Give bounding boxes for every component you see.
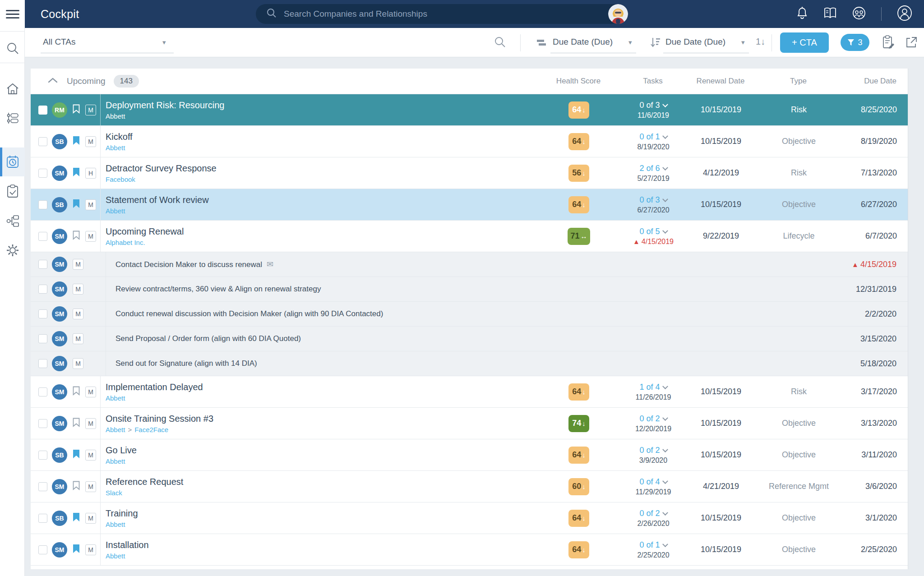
column-header-renewal[interactable]: Renewal Date: [680, 77, 761, 86]
cta-filter-dropdown[interactable]: All CTAs: [43, 37, 75, 47]
bulk-edit-clipboard-icon[interactable]: [882, 35, 895, 51]
list-search-icon[interactable]: [494, 36, 506, 50]
row-checkbox[interactable]: [38, 419, 47, 428]
sidebar-item-timeline[interactable]: [0, 104, 25, 133]
cta-row[interactable]: SMMInstallationAbbett64↓0 of 12/25/20201…: [31, 534, 908, 566]
cta-title[interactable]: Training: [106, 508, 531, 519]
export-icon[interactable]: [906, 37, 917, 50]
cta-row[interactable]: SMMUpcoming RenewalAlphabet Inc.71↔0 of …: [31, 221, 908, 252]
task-row[interactable]: SMMConduct renewal discussion with Decis…: [31, 302, 908, 327]
tasks-count[interactable]: 2 of 6: [639, 164, 660, 173]
column-header-due[interactable]: Due Date: [836, 77, 908, 86]
task-title[interactable]: Review contract/terms, 360 view & Align …: [106, 285, 808, 294]
company-link[interactable]: Alphabet Inc.: [106, 239, 145, 246]
bookmark-flag-icon[interactable]: [73, 481, 80, 492]
row-checkbox[interactable]: [38, 514, 47, 523]
sort-by-dropdown[interactable]: Due Date (Due): [665, 37, 725, 47]
chevron-down-icon[interactable]: [662, 541, 668, 547]
task-row[interactable]: SMMReview contract/terms, 360 view & Ali…: [31, 277, 908, 302]
company-link[interactable]: Face2Face: [134, 426, 168, 433]
collapse-group-chevron-icon[interactable]: [48, 77, 58, 85]
chevron-down-icon[interactable]: [662, 228, 668, 234]
company-link[interactable]: Abbett: [106, 426, 125, 433]
sidebar-item-search[interactable]: [0, 34, 25, 63]
company-link[interactable]: Abbett: [106, 394, 125, 402]
row-checkbox[interactable]: [38, 106, 47, 115]
hamburger-menu-icon[interactable]: [6, 8, 19, 19]
row-checkbox[interactable]: [38, 285, 47, 294]
bookmark-flag-icon[interactable]: [73, 167, 80, 179]
cta-title[interactable]: Installation: [106, 540, 531, 550]
row-checkbox[interactable]: [38, 387, 47, 396]
cta-row[interactable]: SBMGo LiveAbbett64↓0 of 23/9/202010/15/2…: [31, 439, 908, 471]
task-row[interactable]: SMMContact Decision Maker to discuss ren…: [31, 252, 908, 277]
chevron-down-icon[interactable]: [662, 196, 668, 202]
tasks-count[interactable]: 0 of 3: [639, 195, 660, 204]
cta-title[interactable]: Statement of Work review: [106, 195, 531, 205]
company-link[interactable]: Abbett: [106, 521, 125, 528]
row-checkbox[interactable]: [38, 334, 47, 343]
search-assistant-avatar[interactable]: [608, 4, 628, 24]
task-title[interactable]: Send Proposal / Order form (align with 6…: [106, 334, 808, 343]
tasks-count[interactable]: 0 of 5: [639, 227, 660, 236]
tasks-count[interactable]: 0 of 4: [639, 477, 660, 486]
cta-title[interactable]: Detractor Survey Response: [106, 163, 531, 174]
notifications-bell-icon[interactable]: [796, 7, 808, 21]
sort-direction-toggle[interactable]: 1↓: [756, 37, 765, 47]
bookmark-flag-icon[interactable]: [73, 512, 80, 524]
tasks-count[interactable]: 0 of 2: [639, 509, 660, 518]
task-title[interactable]: Contact Decision Maker to discuss renewa…: [106, 259, 808, 269]
bookmark-flag-icon[interactable]: [73, 544, 80, 555]
chevron-down-icon[interactable]: [662, 165, 668, 170]
tasks-count[interactable]: 0 of 1: [639, 540, 660, 549]
bookmark-flag-icon[interactable]: [73, 104, 80, 115]
global-search-bar[interactable]: Search Companies and Relationships: [256, 4, 628, 24]
cta-row[interactable]: SMHDetractor Survey ResponseFacebook56↓2…: [31, 157, 908, 189]
chevron-down-icon[interactable]: [662, 383, 668, 389]
cta-title[interactable]: Kickoff: [106, 132, 531, 142]
bookmark-flag-icon[interactable]: [73, 199, 80, 210]
add-cta-button[interactable]: + CTA: [780, 32, 829, 53]
company-link[interactable]: Abbett: [106, 207, 125, 215]
bookmark-flag-icon[interactable]: [73, 230, 80, 242]
tasks-count[interactable]: 1 of 4: [639, 382, 660, 392]
cta-row[interactable]: SMMImplementation DelayedAbbett64↓1 of 4…: [31, 376, 908, 408]
cta-title[interactable]: Deployment Risk: Resourcing: [106, 100, 531, 111]
row-checkbox[interactable]: [38, 200, 47, 209]
row-checkbox[interactable]: [38, 169, 47, 178]
sidebar-item-relationships[interactable]: [0, 207, 25, 235]
company-link[interactable]: Abbett: [106, 112, 125, 120]
row-checkbox[interactable]: [38, 482, 47, 491]
group-by-dropdown[interactable]: Due Date (Due): [553, 37, 613, 47]
column-header-tasks[interactable]: Tasks: [626, 77, 680, 86]
community-people-icon[interactable]: [852, 6, 866, 22]
chevron-down-icon[interactable]: [662, 101, 668, 107]
company-link[interactable]: Abbett: [106, 144, 125, 152]
row-checkbox[interactable]: [38, 359, 47, 368]
knowledge-book-icon[interactable]: [823, 7, 837, 21]
task-row[interactable]: SMMSend out for Signature (align with 14…: [31, 351, 908, 376]
task-title[interactable]: Conduct renewal discussion with Decision…: [106, 309, 808, 318]
company-link[interactable]: Abbett: [106, 552, 125, 560]
cta-title[interactable]: Go Live: [106, 445, 531, 456]
chevron-down-icon[interactable]: [662, 478, 668, 484]
row-checkbox[interactable]: [38, 137, 47, 146]
cta-row[interactable]: SMMOnsite Training Session #3Abbett>Face…: [31, 408, 908, 439]
tasks-count[interactable]: 0 of 3: [639, 101, 660, 110]
task-title[interactable]: Send out for Signature (align with 14 DI…: [106, 359, 808, 368]
tasks-count[interactable]: 0 of 2: [639, 414, 660, 423]
cta-row[interactable]: SBMTrainingAbbett64↓0 of 22/26/202010/15…: [31, 502, 908, 534]
sidebar-item-home[interactable]: [0, 74, 25, 103]
company-link[interactable]: Slack: [106, 489, 122, 497]
tasks-count[interactable]: 0 of 1: [639, 132, 660, 141]
chevron-down-icon[interactable]: [662, 415, 668, 421]
task-row[interactable]: SMMSend Proposal / Order form (align wit…: [31, 327, 908, 351]
row-checkbox[interactable]: [38, 451, 47, 460]
cta-row[interactable]: SBMKickoffAbbett64↓0 of 18/19/202010/15/…: [31, 126, 908, 157]
sidebar-item-success-plans[interactable]: [0, 177, 25, 206]
row-checkbox[interactable]: [38, 260, 47, 269]
chevron-down-icon[interactable]: [662, 133, 668, 139]
chevron-down-icon[interactable]: [662, 510, 668, 516]
row-checkbox[interactable]: [38, 309, 47, 318]
cta-title[interactable]: Upcoming Renewal: [106, 226, 531, 237]
